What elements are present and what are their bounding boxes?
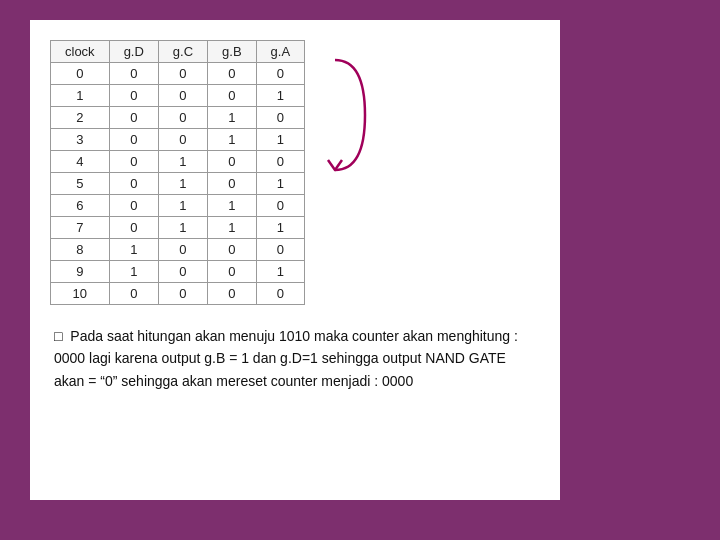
table-cell: 1: [51, 85, 110, 107]
truth-table: clockg.Dg.Cg.Bg.A 0000010001200103001140…: [50, 40, 305, 305]
table-cell: 0: [208, 85, 257, 107]
table-cell: 7: [51, 217, 110, 239]
description-block: □ Pada saat hitungan akan menuju 1010 ma…: [50, 325, 540, 392]
table-cell: 0: [158, 239, 207, 261]
table-cell: 0: [109, 283, 158, 305]
table-row: 60110: [51, 195, 305, 217]
table-cell: 1: [256, 129, 305, 151]
table-cell: 9: [51, 261, 110, 283]
table-cell: 1: [158, 173, 207, 195]
table-cell: 0: [256, 63, 305, 85]
table-row: 10001: [51, 85, 305, 107]
table-cell: 1: [208, 107, 257, 129]
table-row: 00000: [51, 63, 305, 85]
loop-arrow-icon: [320, 50, 370, 180]
table-cell: 1: [208, 217, 257, 239]
table-cell: 0: [158, 63, 207, 85]
table-cell: 1: [158, 151, 207, 173]
table-cell: 1: [109, 261, 158, 283]
table-row: 81000: [51, 239, 305, 261]
table-cell: 1: [158, 195, 207, 217]
arrow-container: [315, 40, 370, 180]
table-cell: 1: [158, 217, 207, 239]
table-cell: 0: [109, 217, 158, 239]
table-row: 50101: [51, 173, 305, 195]
table-wrapper: clockg.Dg.Cg.Bg.A 0000010001200103001140…: [50, 40, 540, 305]
table-cell: 2: [51, 107, 110, 129]
table-row: 70111: [51, 217, 305, 239]
table-cell: 0: [109, 195, 158, 217]
table-cell: 0: [109, 129, 158, 151]
content-area: clockg.Dg.Cg.Bg.A 0000010001200103001140…: [30, 20, 560, 500]
table-cell: 0: [208, 151, 257, 173]
table-row: 20010: [51, 107, 305, 129]
table-cell: 0: [256, 195, 305, 217]
table-cell: 1: [256, 261, 305, 283]
table-cell: 0: [51, 63, 110, 85]
table-cell: 4: [51, 151, 110, 173]
table-cell: 1: [208, 195, 257, 217]
table-cell: 0: [208, 239, 257, 261]
table-cell: 0: [158, 261, 207, 283]
table-cell: 3: [51, 129, 110, 151]
table-cell: 0: [208, 173, 257, 195]
table-cell: 1: [208, 129, 257, 151]
table-cell: 1: [109, 239, 158, 261]
table-cell: 8: [51, 239, 110, 261]
table-row: 100000: [51, 283, 305, 305]
table-cell: 0: [256, 107, 305, 129]
bullet-icon: □: [54, 325, 62, 347]
table-row: 91001: [51, 261, 305, 283]
table-cell: 0: [256, 239, 305, 261]
table-cell: 1: [256, 173, 305, 195]
table-cell: 0: [158, 129, 207, 151]
table-cell: 0: [158, 85, 207, 107]
description-text: Pada saat hitungan akan menuju 1010 maka…: [54, 328, 518, 389]
table-cell: 0: [158, 283, 207, 305]
table-cell: 0: [208, 283, 257, 305]
table-cell: 0: [208, 63, 257, 85]
table-cell: 0: [158, 107, 207, 129]
table-cell: 10: [51, 283, 110, 305]
table-cell: 0: [256, 151, 305, 173]
table-row: 30011: [51, 129, 305, 151]
table-cell: 0: [109, 151, 158, 173]
table-cell: 0: [109, 173, 158, 195]
table-cell: 0: [109, 107, 158, 129]
table-cell: 0: [208, 261, 257, 283]
table-cell: 0: [109, 63, 158, 85]
table-cell: 0: [256, 283, 305, 305]
table-cell: 5: [51, 173, 110, 195]
table-cell: 1: [256, 217, 305, 239]
table-cell: 6: [51, 195, 110, 217]
table-cell: 1: [256, 85, 305, 107]
table-row: 40100: [51, 151, 305, 173]
table-cell: 0: [109, 85, 158, 107]
